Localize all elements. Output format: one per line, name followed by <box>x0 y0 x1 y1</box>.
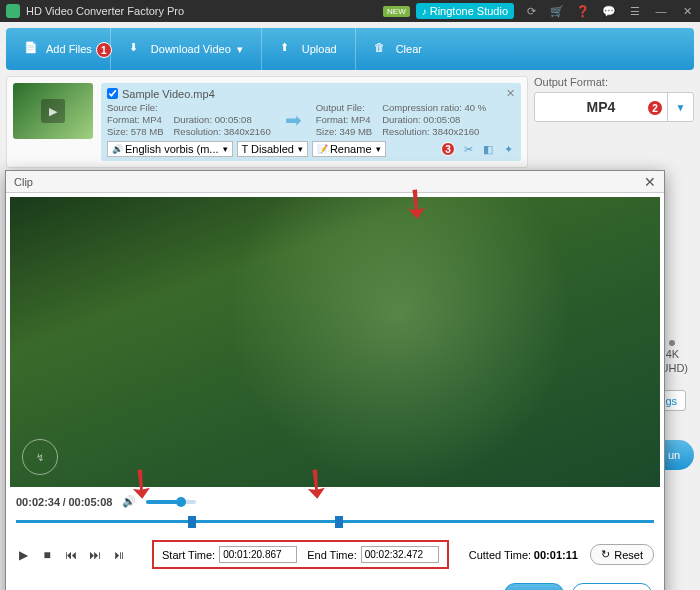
ringtone-studio-button[interactable]: ♪ Ringtone Studio <box>416 3 514 19</box>
file-name: Sample Video.mp4 <box>122 88 215 100</box>
help-icon[interactable]: ❓ <box>576 5 590 18</box>
play-icon[interactable]: ▶ <box>16 548 30 562</box>
video-thumbnail[interactable] <box>13 83 93 139</box>
arrow-right-icon: ➡ <box>285 108 302 132</box>
close-icon[interactable]: ✕ <box>680 5 694 18</box>
step-fwd-icon[interactable]: ⏭ <box>88 548 102 562</box>
add-file-icon: 📄 <box>24 41 40 57</box>
play-end-icon[interactable]: ⏯ <box>112 548 126 562</box>
step-badge-3: 3 <box>441 142 455 156</box>
clip-close-icon[interactable]: ✕ <box>644 174 656 190</box>
time-range-box: Start Time: End Time: <box>152 540 449 569</box>
reset-button[interactable]: ↻Reset <box>590 544 654 565</box>
remove-file-icon[interactable]: ✕ <box>506 87 515 100</box>
main-toolbar: 📄 Add Files 1 ⬇ Download Video ▾ ⬆ Uploa… <box>6 28 694 70</box>
trim-end-handle[interactable] <box>335 516 343 528</box>
watermark-icon: ↯ <box>22 439 58 475</box>
ok-button[interactable]: Ok <box>504 583 564 590</box>
step-badge-2: 2 <box>647 100 663 116</box>
clip-icon[interactable]: ✂ <box>461 142 475 156</box>
trim-track[interactable] <box>16 514 654 528</box>
upload-button[interactable]: ⬆ Upload <box>262 28 356 70</box>
reset-icon: ↻ <box>601 548 610 561</box>
new-badge: NEW <box>383 6 410 17</box>
output-format-dropdown[interactable]: ▼ <box>667 93 693 121</box>
rename-button[interactable]: 📝 Rename <box>312 141 386 157</box>
volume-slider[interactable] <box>146 500 196 504</box>
subtitle-dropdown[interactable]: T Disabled <box>237 141 308 157</box>
stop-icon[interactable]: ■ <box>40 548 54 562</box>
audio-track-dropdown[interactable]: 🔊 English vorbis (m... <box>107 141 233 157</box>
playback-time: 00:02:34 / 00:05:08 <box>16 496 112 508</box>
chat-icon[interactable]: 💬 <box>602 5 616 18</box>
output-format-panel: Output Format: MP4 2 ▼ <box>534 76 694 168</box>
output-format-heading: Output Format: <box>534 76 694 88</box>
step-badge-1: 1 <box>96 42 112 58</box>
crop-icon[interactable]: ◧ <box>481 142 495 156</box>
effects-icon[interactable]: ✦ <box>501 142 515 156</box>
clip-dialog: Clip ✕ ↯ 00:02:34 / 00:05:08 🔊 ▶ ■ ⏮ ⏭ ⏯… <box>5 170 665 590</box>
refresh-icon[interactable]: ⟳ <box>524 5 538 18</box>
chevron-down-icon: ▾ <box>237 43 243 56</box>
start-time-label: Start Time: <box>162 549 215 561</box>
start-time-input[interactable] <box>219 546 297 563</box>
file-checkbox[interactable] <box>107 88 118 99</box>
trash-icon: 🗑 <box>374 41 390 57</box>
cart-icon[interactable]: 🛒 <box>550 5 564 18</box>
end-time-label: End Time: <box>307 549 357 561</box>
menu-icon[interactable]: ☰ <box>628 5 642 18</box>
download-icon: ⬇ <box>129 41 145 57</box>
video-preview[interactable]: ↯ <box>10 197 660 487</box>
upload-icon: ⬆ <box>280 41 296 57</box>
app-logo-icon <box>6 4 20 18</box>
download-video-button[interactable]: ⬇ Download Video ▾ <box>111 28 262 70</box>
end-time-input[interactable] <box>361 546 439 563</box>
clip-dialog-title: Clip <box>14 176 644 188</box>
step-back-icon[interactable]: ⏮ <box>64 548 78 562</box>
trim-start-handle[interactable] <box>188 516 196 528</box>
add-files-button[interactable]: 📄 Add Files 1 <box>6 28 111 70</box>
app-title: HD Video Converter Factory Pro <box>26 5 383 17</box>
volume-icon[interactable]: 🔊 <box>122 495 136 508</box>
titlebar: HD Video Converter Factory Pro NEW ♪ Rin… <box>0 0 700 22</box>
clear-button[interactable]: 🗑 Clear <box>356 28 440 70</box>
file-info: Sample Video.mp4 ✕ Source File: Format: … <box>101 83 521 161</box>
file-panel: Sample Video.mp4 ✕ Source File: Format: … <box>6 76 528 168</box>
cutted-time: Cutted Time: 00:01:11 <box>469 549 578 561</box>
cancel-button[interactable]: Cancel <box>572 583 652 590</box>
minimize-icon[interactable]: — <box>654 5 668 17</box>
